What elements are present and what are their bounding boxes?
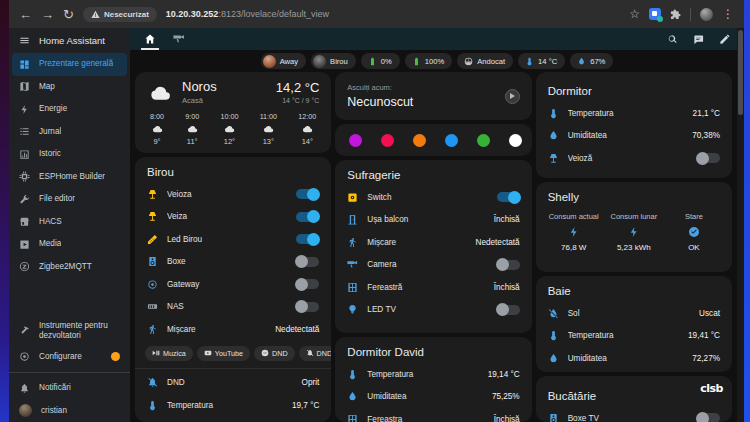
entity-row-miscare[interactable]: Mișcare Nedetectată (135, 318, 331, 341)
media-player-card[interactable]: Asculți acum: Necunoscut (335, 72, 531, 120)
cloud-icon (262, 124, 275, 134)
person-avatar (263, 55, 276, 68)
birou-action-chips: Muzica YouTube DND DND (135, 341, 331, 365)
bookmark-star-icon[interactable]: ☆ (629, 8, 640, 20)
chip-battery-100[interactable]: 100% (405, 53, 452, 69)
entity-row-boxe[interactable]: Boxe (135, 251, 331, 274)
sidebar-item-history[interactable]: Istoric (9, 143, 130, 166)
sidebar-toggle-icon[interactable] (19, 35, 30, 46)
toggle-on[interactable] (296, 212, 319, 222)
flash-icon (568, 226, 580, 238)
weather-condition: Noros (182, 80, 217, 94)
toggle-on[interactable] (497, 192, 520, 202)
sidebar-item-settings[interactable]: Configurare (9, 346, 130, 369)
shelly-consum-lunar[interactable]: Consum lunar 5,23 kWh (604, 212, 664, 252)
toggle-on[interactable] (296, 189, 319, 199)
page-scrollbar[interactable] (737, 28, 744, 422)
chip-vacuum-docked[interactable]: Andocat (457, 53, 513, 69)
sidebar-item-energy[interactable]: Energie (9, 98, 130, 121)
entity-row-gateway[interactable]: Gateway (135, 273, 331, 296)
entity-row-camera[interactable]: Camera (335, 253, 531, 276)
sidebar-item-file-editor[interactable]: File editor (9, 188, 130, 211)
color-swatch-blue[interactable] (445, 134, 458, 147)
tab-home[interactable] (144, 28, 156, 50)
color-swatch-magenta[interactable] (349, 134, 362, 147)
sidebar-item-map[interactable]: Map (9, 76, 130, 99)
sidebar-item-developer-tools[interactable]: Instrumente pentru dezvoltatori (9, 316, 130, 346)
entity-row-sol[interactable]: Sol Uscat (536, 302, 732, 325)
sidebar-item-esphome[interactable]: ESPHome Builder (9, 166, 130, 189)
youtube-icon (204, 349, 212, 357)
toggle-off[interactable] (497, 260, 520, 270)
toggle-off[interactable] (296, 302, 319, 312)
entity-row-fereastra[interactable]: Fereastră Închisă (335, 276, 531, 299)
sidebar-item-hacs[interactable]: HACS (9, 211, 130, 234)
entity-row-usa-balcon[interactable]: Ușa balcon Închisă (335, 208, 531, 231)
assist-chat-icon[interactable] (693, 34, 704, 45)
scrollbar-thumb[interactable] (738, 30, 743, 115)
toggle-off[interactable] (296, 257, 319, 267)
chip-battery-0[interactable]: 0% (361, 53, 400, 69)
entity-row-veioza[interactable]: Veioză (536, 147, 732, 170)
toggle-off[interactable] (697, 413, 720, 422)
site-security-chip[interactable]: Nesecurizat (83, 7, 157, 22)
entity-row-nas[interactable]: NAS (135, 296, 331, 319)
tab-cameras[interactable] (173, 28, 185, 50)
entity-row-led-birou[interactable]: Led Birou (135, 228, 331, 251)
sidebar-item-zigbee2mqtt[interactable]: Zigbee2MQTT (9, 256, 130, 279)
entity-row-temperatura[interactable]: Temperatura 19,7 °C (135, 394, 331, 417)
entity-row-umiditatea[interactable]: Umiditatea 72,27% (536, 347, 732, 370)
address-bar[interactable]: 10.20.30.252:8123/lovelace/default_view (166, 9, 329, 19)
entity-row-temperatura[interactable]: Temperatura 21,1 °C (536, 102, 732, 125)
entity-row-led-tv[interactable]: LED TV (335, 298, 531, 321)
shelly-stare[interactable]: Stare OK (664, 212, 724, 252)
toggle-off[interactable] (497, 305, 520, 315)
chip-dnd-minus[interactable]: DND (254, 346, 295, 361)
entity-row-temperatura[interactable]: Temperatura 19,41 °C (536, 324, 732, 347)
forward-button[interactable]: → (41, 8, 54, 21)
entity-row-umiditatea[interactable]: Umiditatea 75,25% (335, 385, 531, 408)
sidebar-item-notifications[interactable]: Notificări (9, 377, 130, 400)
search-icon[interactable] (667, 34, 678, 45)
shelly-consum-actual[interactable]: Consum actual 76,8 W (544, 212, 604, 252)
chip-humidity[interactable]: 67% (570, 53, 613, 69)
toggle-off[interactable] (697, 153, 720, 163)
chip-muzica[interactable]: Muzica (145, 346, 193, 361)
entity-row-veiza[interactable]: Veiza (135, 206, 331, 229)
edit-dashboard-icon[interactable] (719, 34, 730, 45)
sidebar-item-media[interactable]: Media (9, 233, 130, 256)
entity-row-switch[interactable]: Switch (335, 186, 531, 209)
extension-icon[interactable] (649, 8, 661, 20)
entity-row-miscare[interactable]: Mișcare Nedetectată (335, 231, 531, 254)
weather-card[interactable]: Noros Acasă 14,2 °C 14 °C / 9 °C (135, 72, 331, 153)
browser-profile-avatar[interactable] (700, 8, 713, 21)
chip-temperature[interactable]: 14 °C (518, 53, 565, 69)
chip-dnd-bell[interactable]: DND (299, 346, 332, 361)
chip-person-away[interactable]: Away (261, 53, 306, 69)
color-swatch-white[interactable] (509, 134, 522, 147)
extensions-puzzle-icon[interactable] (670, 9, 681, 20)
card-title: Dormitor (536, 72, 732, 102)
toggle-off[interactable] (296, 279, 319, 289)
chip-youtube[interactable]: YouTube (197, 346, 250, 361)
sidebar-item-overview[interactable]: Prezentare generală (12, 53, 127, 76)
color-swatch-green[interactable] (477, 134, 490, 147)
toggle-on[interactable] (296, 234, 319, 244)
sidebar-item-user[interactable]: cristian (9, 400, 130, 422)
entity-row-boxe-tv[interactable]: Boxe TV (536, 407, 732, 422)
color-swatch-orange[interactable] (413, 134, 426, 147)
color-swatch-red[interactable] (381, 134, 394, 147)
entity-row-dnd[interactable]: DND Oprit (135, 372, 331, 395)
browser-menu-icon[interactable]: ⋮ (722, 8, 734, 20)
entity-row-umiditatea[interactable]: Umiditatea 70,38% (536, 124, 732, 147)
back-button[interactable]: ← (19, 8, 32, 21)
chip-person-birou[interactable]: Birou (311, 53, 356, 69)
entity-row-temperatura[interactable]: Temperatura 19,14 °C (335, 363, 531, 386)
entity-row-fereastra[interactable]: Fereastra Închisă (335, 408, 531, 422)
sidebar-item-logbook[interactable]: Jurnal (9, 121, 130, 144)
reload-button[interactable]: ↻ (63, 8, 74, 21)
media-play-button[interactable] (505, 89, 520, 104)
home-icon (144, 33, 156, 45)
battery-icon (368, 57, 377, 66)
entity-row-veioza[interactable]: Veioza (135, 183, 331, 206)
